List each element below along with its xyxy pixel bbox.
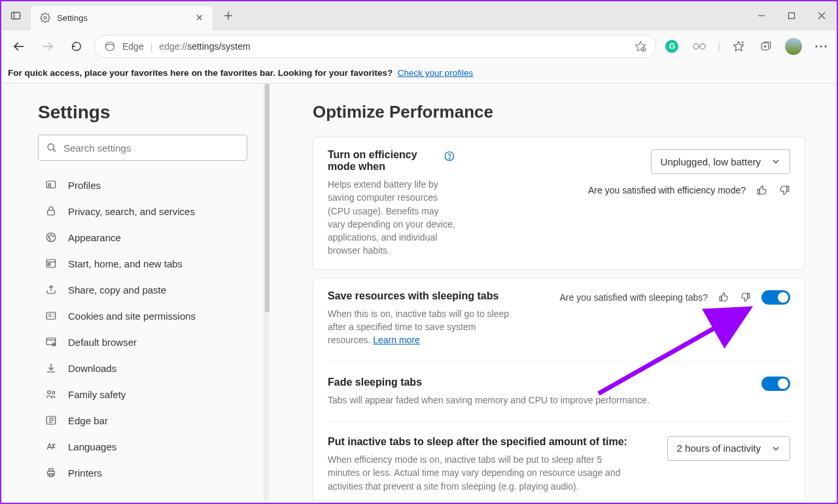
search-placeholder: Search settings xyxy=(63,143,131,154)
sidebar-item-privacy[interactable]: Privacy, search, and services xyxy=(38,199,250,224)
check-profiles-link[interactable]: Check your profiles xyxy=(398,68,474,78)
svg-point-17 xyxy=(700,44,705,49)
learn-more-link[interactable]: Learn more xyxy=(373,335,420,345)
svg-point-51 xyxy=(48,391,51,394)
svg-point-2 xyxy=(44,16,46,19)
select-value: Unplugged, low battery xyxy=(661,156,761,167)
extension-icon[interactable] xyxy=(690,37,708,56)
svg-rect-0 xyxy=(12,12,20,19)
new-tab-button[interactable] xyxy=(216,3,241,28)
svg-rect-6 xyxy=(789,12,795,18)
minimize-button[interactable] xyxy=(746,1,777,30)
printer-icon xyxy=(44,467,58,479)
add-favorite-icon[interactable] xyxy=(635,41,646,52)
sidebar-item-label: Privacy, search, and services xyxy=(68,206,195,217)
appearance-icon xyxy=(44,231,58,243)
fade-desc: Tabs will appear faded when saving memor… xyxy=(328,394,748,407)
svg-point-36 xyxy=(52,236,54,237)
chevron-down-icon xyxy=(771,444,780,453)
close-window-button[interactable] xyxy=(807,1,837,30)
svg-point-52 xyxy=(52,392,55,394)
refresh-button[interactable] xyxy=(65,35,88,58)
inactive-title: Put inactive tabs to sleep after the spe… xyxy=(328,436,635,448)
thumbs-up-icon[interactable] xyxy=(756,184,768,196)
sleeping-feedback: Are you satisfied with sleeping tabs? xyxy=(560,292,751,303)
sidebar-item-edgebar[interactable]: Edge bar xyxy=(38,408,250,433)
svg-rect-63 xyxy=(758,190,759,195)
sidebar-item-label: Cookies and site permissions xyxy=(68,311,196,322)
svg-point-35 xyxy=(50,235,52,236)
titlebar: Settings ✕ xyxy=(1,1,837,30)
maximize-button[interactable] xyxy=(777,1,807,30)
collections-icon[interactable] xyxy=(757,37,775,56)
language-icon xyxy=(44,441,58,452)
inactive-select[interactable]: 2 hours of inactivity xyxy=(667,436,790,461)
profile-avatar[interactable] xyxy=(784,37,803,56)
sidebar-item-label: Appearance xyxy=(68,232,121,243)
sidebar-item-default-browser[interactable]: Default browser xyxy=(38,329,250,354)
sidebar-scrollbar[interactable] xyxy=(264,84,270,499)
efficiency-title: Turn on efficiency mode when xyxy=(328,149,437,173)
sleeping-tabs-title: Save resources with sleeping tabs xyxy=(328,290,517,302)
favorites-icon[interactable] xyxy=(729,37,748,56)
sidebar-item-start[interactable]: Start, home, and new tabs xyxy=(38,251,250,276)
sidebar-item-family[interactable]: Family safety xyxy=(38,382,250,407)
close-tab-icon[interactable]: ✕ xyxy=(196,12,203,23)
share-icon xyxy=(44,284,58,295)
browser-icon xyxy=(44,336,58,348)
help-icon[interactable] xyxy=(444,150,455,162)
address-bar[interactable]: Edge | edge://settings/system xyxy=(94,35,656,58)
page-heading: Optimize Performance xyxy=(313,102,805,122)
chevron-down-icon xyxy=(771,157,780,166)
sidebar-item-label: Default browser xyxy=(68,337,137,348)
family-icon xyxy=(44,388,58,400)
more-menu-icon[interactable] xyxy=(812,37,830,56)
lock-icon xyxy=(44,205,58,217)
tab-actions-button[interactable] xyxy=(1,1,30,30)
inactive-desc: When efficiency mode is on, inactive tab… xyxy=(328,453,635,493)
settings-content: Settings Search settings Profiles Privac… xyxy=(1,84,837,499)
sleeping-tabs-toggle[interactable] xyxy=(761,290,790,305)
svg-rect-66 xyxy=(748,294,750,298)
svg-point-11 xyxy=(105,42,114,51)
sidebar-item-label: Downloads xyxy=(68,363,116,374)
svg-point-62 xyxy=(449,158,449,159)
feedback-text: Are you satisfied with efficiency mode? xyxy=(588,185,746,195)
efficiency-select[interactable]: Unplugged, low battery xyxy=(651,149,790,174)
fade-toggle[interactable] xyxy=(761,377,790,391)
efficiency-card: Turn on efficiency mode when Helps exten… xyxy=(313,137,805,270)
sidebar-heading: Settings xyxy=(38,102,250,123)
thumbs-down-icon[interactable] xyxy=(778,184,790,196)
tab-settings[interactable]: Settings ✕ xyxy=(30,5,213,30)
forward-button[interactable] xyxy=(37,35,59,58)
sidebar-item-downloads[interactable]: Downloads xyxy=(38,356,250,380)
tab-title: Settings xyxy=(57,13,189,23)
efficiency-feedback: Are you satisfied with efficiency mode? xyxy=(588,184,790,196)
sidebar-item-cookies[interactable]: Cookies and site permissions xyxy=(38,303,250,328)
window-controls xyxy=(746,1,837,30)
svg-rect-65 xyxy=(720,296,722,301)
back-button[interactable] xyxy=(8,35,30,58)
svg-rect-64 xyxy=(787,186,789,192)
sidebar-item-profiles[interactable]: Profiles xyxy=(38,173,250,197)
svg-point-16 xyxy=(693,44,699,49)
sleeping-tabs-card: Save resources with sleeping tabs When t… xyxy=(313,278,805,499)
search-settings-input[interactable]: Search settings xyxy=(38,135,247,161)
favorites-bar-message: For quick access, place your favorites h… xyxy=(1,63,837,84)
sidebar-item-share[interactable]: Share, copy and paste xyxy=(38,277,250,302)
sidebar-item-appearance[interactable]: Appearance xyxy=(38,225,250,250)
home-icon xyxy=(44,258,58,269)
profile-icon xyxy=(44,179,58,191)
sidebar-item-printers[interactable]: Printers xyxy=(38,460,250,485)
svg-point-34 xyxy=(48,236,50,237)
svg-rect-39 xyxy=(48,263,50,265)
thumbs-up-icon[interactable] xyxy=(718,292,729,303)
search-icon xyxy=(46,143,57,153)
svg-point-26 xyxy=(820,45,822,47)
grammarly-icon[interactable]: G xyxy=(663,37,681,56)
svg-point-28 xyxy=(48,144,54,150)
thumbs-down-icon[interactable] xyxy=(740,292,751,303)
cookies-icon xyxy=(44,310,58,322)
sidebar-item-label: Share, copy and paste xyxy=(68,284,166,295)
sidebar-item-languages[interactable]: Languages xyxy=(38,434,250,459)
